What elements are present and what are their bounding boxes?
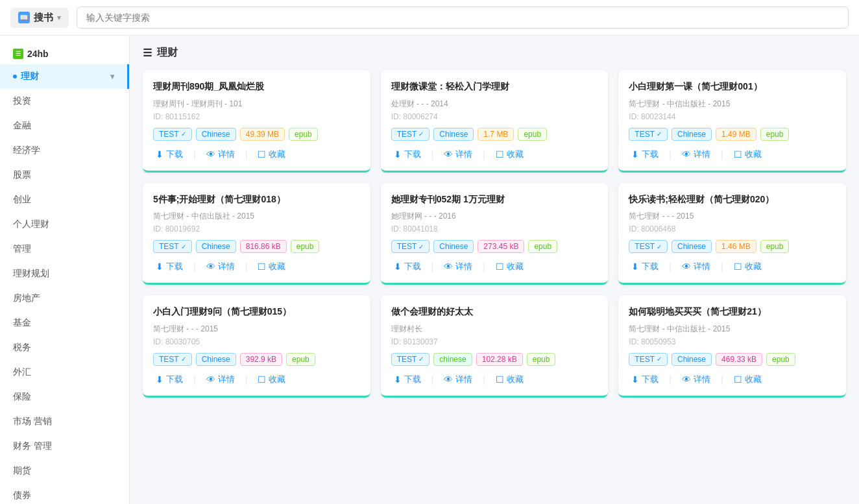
tag-test-8: TEST ✓ xyxy=(629,353,668,366)
divider-1-8: | xyxy=(669,374,671,385)
sidebar-item-label: 市场 营销 xyxy=(13,416,52,427)
sidebar-item-7[interactable]: 管理 xyxy=(0,237,129,261)
book-card-5: 快乐读书;轻松理财（简七理财020） 简七理财 - - - 2015 ID: 8… xyxy=(618,183,846,285)
book-id-5: ID: 80006468 xyxy=(629,224,836,234)
logo-dropdown-icon: ▾ xyxy=(57,14,61,22)
logo-label: 搜书 xyxy=(34,12,53,24)
detail-button-8[interactable]: 👁 详情 xyxy=(682,374,710,385)
book-publisher-4: 她理财网 - - - 2016 xyxy=(391,211,598,222)
book-title-2: 小白理财第一课（简七理财001） xyxy=(629,80,836,93)
download-button-1[interactable]: ⬇ 下载 xyxy=(394,149,421,160)
detail-button-2[interactable]: 👁 详情 xyxy=(682,149,710,160)
main-layout: ☰ 24hb 理财▾投资金融经济学股票创业个人理财管理理财规划房地产基金税务外汇… xyxy=(0,36,859,504)
book-title-7: 做个会理财的好太太 xyxy=(391,306,598,318)
detail-label-7: 详情 xyxy=(455,374,472,385)
download-button-8[interactable]: ⬇ 下载 xyxy=(631,374,659,385)
download-button-0[interactable]: ⬇ 下载 xyxy=(156,149,183,160)
collect-icon-6: ☐ xyxy=(258,374,266,385)
sidebar-item-6[interactable]: 个人理财 xyxy=(0,212,129,237)
collect-button-6[interactable]: ☐ 收藏 xyxy=(258,374,285,385)
header: 📖 搜书 ▾ xyxy=(0,0,859,36)
collect-button-2[interactable]: ☐ 收藏 xyxy=(734,149,762,160)
download-button-2[interactable]: ⬇ 下载 xyxy=(631,149,659,160)
detail-button-4[interactable]: 👁 详情 xyxy=(444,261,472,272)
collect-label-8: 收藏 xyxy=(745,374,762,385)
sidebar-item-4[interactable]: 股票 xyxy=(0,163,129,187)
sidebar-item-2[interactable]: 金融 xyxy=(0,114,129,138)
sidebar-item-label: 金融 xyxy=(13,120,31,132)
book-card-body-7: 做个会理财的好太太 理财村长 ID: 80130037 TEST ✓ chine… xyxy=(381,295,609,396)
detail-label-6: 详情 xyxy=(218,374,235,385)
download-button-4[interactable]: ⬇ 下载 xyxy=(394,261,421,272)
tag-format-2: epub xyxy=(760,128,790,141)
logo-button[interactable]: 📖 搜书 ▾ xyxy=(10,8,69,28)
sidebar-item-9[interactable]: 房地产 xyxy=(0,286,129,311)
sidebar-item-16[interactable]: 期货 xyxy=(0,459,129,483)
sidebar-brand: ☰ 24hb xyxy=(0,43,129,64)
tag-lang-1: Chinese xyxy=(433,128,474,141)
sidebar-item-1[interactable]: 投资 xyxy=(0,89,129,114)
tag-format-8: epub xyxy=(766,353,795,366)
detail-button-3[interactable]: 👁 详情 xyxy=(206,261,235,272)
sidebar-item-8[interactable]: 理财规划 xyxy=(0,261,129,286)
detail-button-7[interactable]: 👁 详情 xyxy=(444,374,472,385)
download-icon-7: ⬇ xyxy=(394,374,402,385)
divider-2-3: | xyxy=(245,261,248,272)
download-button-6[interactable]: ⬇ 下载 xyxy=(156,374,183,385)
book-card-2: 小白理财第一课（简七理财001） 简七理财 - 中信出版社 - 2015 ID:… xyxy=(618,70,846,173)
collect-label-2: 收藏 xyxy=(745,149,762,160)
detail-label-1: 详情 xyxy=(455,149,472,160)
download-label-6: 下载 xyxy=(166,374,183,385)
collect-icon-1: ☐ xyxy=(496,149,504,160)
download-button-7[interactable]: ⬇ 下载 xyxy=(394,374,421,385)
book-tags-5: TEST ✓ Chinese 1.46 MB epub xyxy=(629,240,836,253)
collect-label-1: 收藏 xyxy=(507,149,524,160)
active-dot xyxy=(13,75,17,78)
search-input[interactable] xyxy=(77,6,849,29)
download-button-3[interactable]: ⬇ 下载 xyxy=(156,261,183,272)
sidebar-item-label: 股票 xyxy=(13,169,31,181)
sidebar-item-13[interactable]: 保险 xyxy=(0,385,129,409)
detail-button-1[interactable]: 👁 详情 xyxy=(444,149,472,160)
sidebar-item-label: 理财规划 xyxy=(13,268,49,280)
collect-button-0[interactable]: ☐ 收藏 xyxy=(258,149,285,160)
tag-format-5: epub xyxy=(760,240,790,253)
tag-test-6: TEST ✓ xyxy=(153,353,192,366)
book-title-6: 小白入门理财9问（简七理财015） xyxy=(153,306,360,318)
collect-button-3[interactable]: ☐ 收藏 xyxy=(258,261,285,272)
collect-button-5[interactable]: ☐ 收藏 xyxy=(734,261,762,272)
sidebar-item-11[interactable]: 税务 xyxy=(0,335,129,360)
divider-1-6: | xyxy=(193,374,196,385)
brand-icon: ☰ xyxy=(13,49,23,59)
collect-button-8[interactable]: ☐ 收藏 xyxy=(734,374,762,385)
sidebar-item-0[interactable]: 理财▾ xyxy=(0,64,129,89)
book-id-0: ID: 80115162 xyxy=(153,112,360,121)
sidebar-item-17[interactable]: 债券 xyxy=(0,483,129,504)
sidebar-item-10[interactable]: 基金 xyxy=(0,311,129,335)
download-button-5[interactable]: ⬇ 下载 xyxy=(631,261,659,272)
collect-icon-5: ☐ xyxy=(734,261,742,272)
sidebar-item-15[interactable]: 财务 管理 xyxy=(0,434,129,459)
collect-button-1[interactable]: ☐ 收藏 xyxy=(496,149,524,160)
sidebar-item-3[interactable]: 经济学 xyxy=(0,138,129,163)
book-card-4: 她理财专刊052期 1万元理财 她理财网 - - - 2016 ID: 8004… xyxy=(381,183,609,285)
detail-button-5[interactable]: 👁 详情 xyxy=(682,261,710,272)
book-tags-7: TEST ✓ chinese 102.28 kB epub xyxy=(391,353,598,366)
test-label: TEST xyxy=(635,130,655,139)
divider-1-1: | xyxy=(431,149,434,160)
sidebar-item-5[interactable]: 创业 xyxy=(0,187,129,212)
detail-button-6[interactable]: 👁 详情 xyxy=(206,374,235,385)
book-publisher-0: 理财周刊 - 理财周刊 - 101 xyxy=(153,99,360,110)
divider-1-3: | xyxy=(193,261,196,272)
sidebar-item-label: 投资 xyxy=(13,95,31,107)
collect-button-7[interactable]: ☐ 收藏 xyxy=(496,374,524,385)
collect-icon-4: ☐ xyxy=(496,261,504,272)
book-card-body-1: 理财微课堂：轻松入门学理财 处理财 - - - 2014 ID: 8000627… xyxy=(381,70,609,171)
collect-button-4[interactable]: ☐ 收藏 xyxy=(496,261,524,272)
sidebar-item-14[interactable]: 市场 营销 xyxy=(0,409,129,434)
detail-button-0[interactable]: 👁 详情 xyxy=(206,149,235,160)
collect-label-7: 收藏 xyxy=(507,374,524,385)
tag-lang-8: Chinese xyxy=(671,353,712,366)
book-id-2: ID: 80023144 xyxy=(629,112,836,121)
sidebar-item-12[interactable]: 外汇 xyxy=(0,360,129,385)
